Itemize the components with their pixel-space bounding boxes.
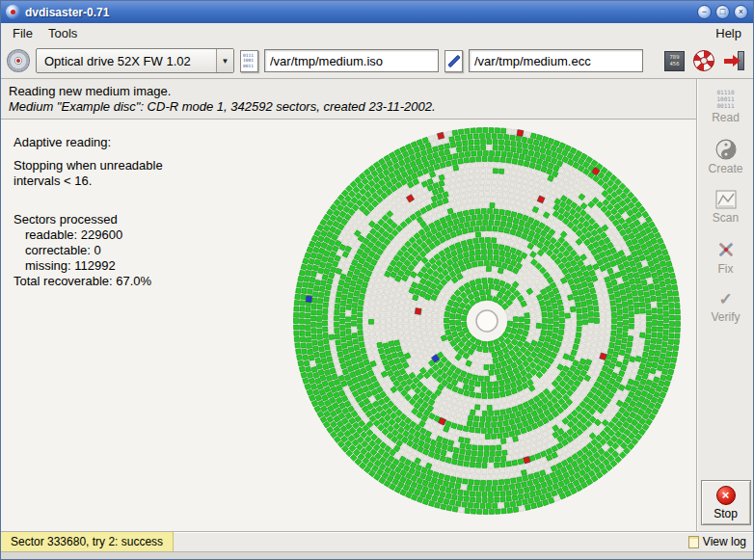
image-file-icon[interactable]: 0111 1001 0011 (240, 50, 258, 72)
view-log-button[interactable]: View log (682, 532, 753, 551)
minimize-button[interactable]: − (697, 5, 712, 19)
ecc-file-input[interactable] (469, 49, 643, 72)
drive-select[interactable]: Optical drive 52X FW 1.02 ▼ (36, 48, 234, 73)
status-area: Reading new medium image. Medium "Exampl… (1, 79, 696, 120)
close-button[interactable]: × (734, 5, 748, 19)
menu-tools[interactable]: Tools (40, 24, 85, 42)
read-binary-icon: 01110 10011 00111 (716, 89, 734, 109)
create-button[interactable]: Create (701, 134, 751, 179)
image-file-input[interactable] (264, 49, 439, 72)
verify-button[interactable]: ✓ Verify (701, 284, 751, 330)
adaptive-reading-info: Adaptive reading: Stopping when unreadab… (13, 135, 163, 289)
stop-x-icon: × (716, 486, 736, 505)
tools-icon (715, 239, 737, 260)
window-title: dvdisaster-0.71 (25, 6, 109, 19)
menu-help[interactable]: Help (708, 24, 749, 42)
sector-status-message: Sector 333680, try 2: success (1, 532, 174, 551)
status-line-1: Reading new medium image. (9, 84, 688, 99)
scan-label: Scan (713, 211, 739, 225)
drive-select-value: Optical drive 52X FW 1.02 (37, 54, 216, 68)
ecc-file-icon[interactable] (444, 50, 463, 72)
titlebar: dvdisaster-0.71 − □ × (1, 1, 753, 23)
missing-row: missing: 112992 (13, 258, 163, 274)
read-label: Read (712, 111, 740, 124)
drive-icon (7, 49, 30, 72)
scan-chart-icon (715, 190, 737, 209)
action-sidebar: 01110 10011 00111 Read Create (697, 79, 753, 531)
stop-label: Stop (714, 507, 738, 520)
quit-icon[interactable] (723, 50, 745, 71)
total-recoverable: Total recoverable: 67.0% (13, 274, 163, 289)
readable-row: readable: 229600 (13, 227, 163, 243)
chevron-down-icon[interactable]: ▼ (216, 49, 233, 72)
binary-glyph: 0111 1001 0011 (241, 51, 257, 71)
stop-button[interactable]: × Stop (701, 480, 751, 525)
verify-label: Verify (711, 310, 740, 324)
app-icon (6, 5, 20, 19)
scan-button[interactable]: Scan (701, 184, 751, 229)
help-lifering-icon[interactable] (693, 50, 714, 71)
create-label: Create (708, 162, 742, 175)
fix-button[interactable]: Fix (701, 234, 751, 280)
info-heading: Adaptive reading: (13, 135, 163, 150)
info-stop-line1: Stopping when unreadable (13, 158, 163, 173)
window-frame-bottom (1, 551, 753, 559)
log-file-icon (688, 536, 699, 548)
sectors-heading: Sectors processed (13, 212, 163, 227)
fix-label: Fix (718, 262, 734, 276)
pen-icon (447, 54, 460, 67)
yinyang-icon (715, 139, 737, 160)
status-line-2: Medium "Example disc": CD-R mode 1, 3425… (9, 99, 688, 115)
app-window: dvdisaster-0.71 − □ × File Tools Help Op… (0, 0, 754, 560)
toolbar: Optical drive 52X FW 1.02 ▼ 0111 1001 00… (1, 43, 753, 79)
preferences-icon[interactable]: 789 456 (664, 51, 685, 71)
correctable-row: correctable: 0 (13, 243, 163, 258)
info-stop-line2: intervals < 16. (13, 173, 163, 189)
check-icon: ✓ (718, 291, 732, 308)
statusbar: Sector 333680, try 2: success View log (1, 531, 753, 551)
menubar: File Tools Help (1, 23, 753, 43)
view-log-label: View log (703, 535, 746, 548)
medium-sector-map (280, 120, 694, 528)
reading-panel: Adaptive reading: Stopping when unreadab… (1, 120, 696, 531)
maximize-button[interactable]: □ (715, 5, 730, 19)
menu-file[interactable]: File (5, 24, 40, 42)
read-button[interactable]: 01110 10011 00111 Read (701, 84, 751, 129)
